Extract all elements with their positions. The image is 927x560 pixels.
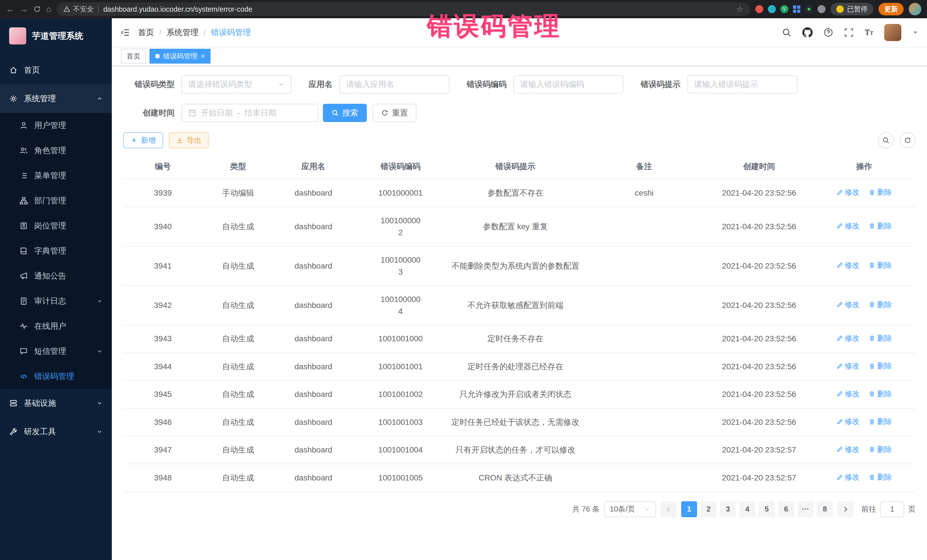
add-button[interactable]: 新增 (123, 132, 163, 148)
cell-type: 自动生成 (202, 436, 274, 464)
error-code-input[interactable] (514, 75, 623, 94)
help-icon[interactable] (824, 28, 833, 37)
extension-icon-vue[interactable]: V (780, 5, 789, 13)
refresh-table-button[interactable] (900, 132, 916, 148)
extension-icon-dark[interactable] (805, 5, 813, 13)
home-icon[interactable]: ⌂ (46, 5, 51, 14)
security-warning[interactable]: 不安全 (63, 5, 94, 14)
sidebar-item-role-management[interactable]: 角色管理 (0, 138, 112, 163)
font-size-icon[interactable]: TT (865, 28, 873, 37)
address-bar[interactable]: 不安全 dashboard.yudao.iocoder.cn/system/er… (56, 2, 750, 16)
delete-link[interactable]: 删除 (869, 333, 892, 344)
end-date-placeholder[interactable]: 结束日期 (245, 108, 277, 118)
edit-link[interactable]: 修改 (836, 260, 860, 271)
tab-home[interactable]: 首页 (121, 49, 146, 64)
sidebar-item-user-management[interactable]: 用户管理 (0, 113, 112, 138)
page-size-select[interactable]: 10条/页 (604, 501, 656, 517)
delete-link[interactable]: 删除 (869, 416, 892, 427)
prev-page-button[interactable] (661, 501, 676, 517)
error-type-select[interactable]: 请选择错误码类型 (181, 75, 292, 94)
edit-link[interactable]: 修改 (836, 472, 860, 483)
page-button[interactable]: 1 (681, 501, 697, 517)
sidebar-item-department-management[interactable]: 部门管理 (0, 188, 112, 213)
delete-link[interactable]: 删除 (869, 360, 892, 372)
page-button[interactable]: 8 (817, 501, 833, 517)
sidebar-item-dict-management[interactable]: 字典管理 (0, 238, 112, 264)
sidebar-item-dev-tools[interactable]: 研发工具 (0, 417, 112, 446)
breadcrumb-item-system[interactable]: 系统管理 (167, 27, 199, 38)
app-name-input[interactable] (339, 75, 450, 94)
edit-link[interactable]: 修改 (836, 416, 860, 427)
forward-icon[interactable]: → (20, 5, 28, 14)
sidebar-item-notice[interactable]: 通知公告 (0, 264, 112, 288)
reload-icon[interactable] (33, 5, 41, 13)
tab-label: 错误码管理 (163, 52, 198, 61)
extension-icon-red[interactable] (755, 5, 763, 13)
edit-link[interactable]: 修改 (836, 333, 860, 344)
search-icon[interactable] (782, 28, 792, 37)
next-page-button[interactable] (837, 501, 853, 517)
sidebar-item-post-management[interactable]: 岗位管理 (0, 213, 112, 238)
cell-remark (583, 325, 706, 353)
page-button[interactable]: 6 (778, 501, 794, 517)
user-avatar[interactable] (884, 24, 901, 41)
cell-code: 1001001000 (353, 325, 448, 353)
edit-link[interactable]: 修改 (836, 299, 860, 310)
page-button[interactable]: 5 (759, 501, 775, 517)
delete-label: 删除 (877, 260, 892, 271)
delete-link[interactable]: 删除 (869, 187, 892, 198)
sidebar-item-error-code-management[interactable]: 错误码管理 (0, 364, 112, 389)
table-row: 3948 自动生成 dashboard 1001001005 CRON 表达式不… (123, 464, 916, 492)
export-button[interactable]: 导出 (169, 132, 209, 148)
caret-down-icon[interactable] (912, 29, 918, 36)
delete-link[interactable]: 删除 (869, 472, 892, 483)
cell-app: dashboard (274, 207, 353, 246)
extension-icon-teal[interactable] (768, 5, 776, 13)
sidebar-item-infrastructure[interactable]: 基础设施 (0, 389, 112, 417)
update-button[interactable]: 更新 (878, 3, 904, 15)
delete-link[interactable]: 删除 (869, 299, 892, 310)
edit-link[interactable]: 修改 (836, 187, 860, 198)
extensions-puzzle-icon[interactable] (818, 5, 825, 13)
tab-error-code-management[interactable]: 错误码管理 × (149, 49, 211, 64)
reset-button[interactable]: 重置 (372, 104, 416, 122)
start-date-placeholder[interactable]: 开始日期 (201, 108, 233, 118)
browser-profile-avatar[interactable] (909, 3, 921, 15)
edit-link[interactable]: 修改 (836, 444, 860, 455)
fullscreen-icon[interactable] (844, 28, 854, 37)
paused-button[interactable]: 已暂停 (831, 3, 873, 15)
close-icon[interactable]: × (201, 53, 205, 59)
edit-link[interactable]: 修改 (836, 389, 860, 399)
extension-icon-grid[interactable] (793, 5, 800, 13)
table-row: 3945 自动生成 dashboard 1001001002 只允许修改为开启或… (123, 381, 916, 408)
delete-link[interactable]: 删除 (869, 444, 892, 455)
page-button[interactable]: 2 (701, 501, 716, 517)
delete-link[interactable]: 删除 (869, 220, 892, 232)
error-message-input[interactable] (687, 75, 798, 94)
search-button[interactable]: 搜索 (323, 104, 367, 122)
date-range-picker[interactable]: 开始日期 - 结束日期 (181, 104, 318, 122)
bookmark-star-icon[interactable]: ☆ (736, 5, 743, 14)
page-button[interactable]: ··· (798, 501, 813, 517)
sidebar-item-home[interactable]: 首页 (0, 56, 112, 84)
sidebar-item-audit-log[interactable]: 审计日志 (0, 288, 112, 314)
delete-link[interactable]: 删除 (869, 260, 892, 271)
sidebar-item-system-management[interactable]: 系统管理 (0, 84, 112, 113)
page-button[interactable]: 4 (739, 501, 755, 517)
breadcrumb-item-home[interactable]: 首页 (138, 27, 154, 38)
cell-remark: ceshi (583, 179, 706, 207)
github-icon[interactable] (802, 27, 813, 38)
edit-link[interactable]: 修改 (836, 220, 860, 232)
sidebar-toggle-icon[interactable] (120, 28, 130, 37)
back-icon[interactable]: ← (6, 5, 14, 14)
page-button[interactable]: 3 (720, 501, 736, 517)
edit-link[interactable]: 修改 (836, 360, 860, 372)
delete-link[interactable]: 删除 (869, 389, 892, 399)
goto-page-input[interactable] (880, 501, 904, 517)
show-search-button[interactable] (878, 132, 894, 148)
sidebar-logo[interactable]: 芋道管理系统 (0, 18, 112, 54)
sidebar-item-online-users[interactable]: 在线用户 (0, 314, 112, 339)
sidebar-item-menu-management[interactable]: 菜单管理 (0, 163, 112, 188)
url-text[interactable]: dashboard.yudao.iocoder.cn/system/error-… (103, 5, 732, 14)
sidebar-item-sms-management[interactable]: 短信管理 (0, 339, 112, 364)
